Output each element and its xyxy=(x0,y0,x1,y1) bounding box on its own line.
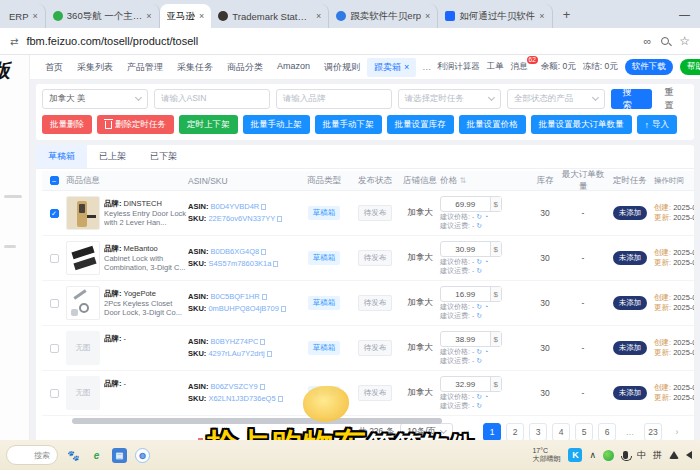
sku-value[interactable]: X62LN1J3D736eQ5 xyxy=(208,394,275,403)
task-badge[interactable]: 未添加 xyxy=(613,386,648,400)
browser-tab[interactable]: 跟卖软件牛贝erp × xyxy=(329,4,438,28)
taskbar-search-box[interactable]: 搜索 xyxy=(6,445,58,465)
site-select[interactable]: 加拿大 美 xyxy=(42,89,148,109)
product-title[interactable]: Cabinet Lock with Combination, 3-Digit C… xyxy=(104,254,188,272)
row-checkbox[interactable] xyxy=(50,254,59,263)
sort-icon[interactable]: ⇅ xyxy=(459,176,466,185)
tab-close-icon[interactable]: × xyxy=(146,11,151,21)
brand-input[interactable]: 请输入品牌 xyxy=(276,89,392,109)
task-badge[interactable]: 未添加 xyxy=(613,206,648,220)
bulk-action-button[interactable]: 批量手动上架 xyxy=(243,115,310,134)
network-icon[interactable] xyxy=(669,451,679,459)
tab-close-icon[interactable]: × xyxy=(425,11,430,21)
nav-tab[interactable]: Amazon xyxy=(270,58,317,77)
row-checkbox[interactable] xyxy=(50,389,59,398)
copy-icon[interactable] xyxy=(267,351,272,357)
copy-icon[interactable] xyxy=(278,396,283,402)
stock-value[interactable]: 30 xyxy=(530,253,560,263)
browser-tab[interactable]: 360导航 一个主… × xyxy=(46,4,160,28)
select-all-checkbox[interactable]: – xyxy=(50,176,59,185)
task-badge[interactable]: 未添加 xyxy=(613,341,648,355)
asin-value[interactable]: B06ZVSZCY9 xyxy=(211,382,258,391)
price-input[interactable]: 16.99$ xyxy=(440,286,502,302)
row-checkbox[interactable] xyxy=(50,344,59,353)
nav-tab[interactable]: 调价规则 xyxy=(317,58,367,77)
product-title[interactable] xyxy=(104,389,126,407)
bulk-action-button[interactable]: 定时上下架 xyxy=(179,115,238,134)
nav-tab[interactable]: 采集列表 xyxy=(70,58,120,77)
stock-value[interactable]: 30 xyxy=(530,298,560,308)
product-image[interactable] xyxy=(66,286,100,320)
refresh-icon[interactable]: ↻ xyxy=(476,258,482,265)
task-select[interactable]: 请选择定时任务 xyxy=(398,89,501,109)
asin-input[interactable]: 请输入ASIN xyxy=(154,89,270,109)
tray-expand-icon[interactable]: ∧ xyxy=(589,450,596,460)
copy-icon[interactable] xyxy=(281,306,286,312)
search-icon[interactable] xyxy=(661,37,669,45)
product-image[interactable] xyxy=(66,241,100,275)
price-input[interactable]: 69.99$ xyxy=(440,196,502,212)
ime-pinyin-icon[interactable]: 拼 xyxy=(653,449,662,462)
browser-tab[interactable]: 如何通过牛贝软件 × xyxy=(438,4,552,28)
price-input[interactable]: 32.99$ xyxy=(440,376,502,392)
paw-app-icon[interactable]: 🐾 xyxy=(66,448,81,463)
page-button[interactable]: 4 xyxy=(552,423,570,440)
copy-icon[interactable] xyxy=(261,204,266,210)
refresh-icon[interactable]: ↻ xyxy=(476,357,482,364)
sku-value[interactable]: 0mBUHPQ8O4jB709 xyxy=(208,304,278,313)
ticket-link[interactable]: 工单 xyxy=(487,61,504,73)
row-checkbox[interactable] xyxy=(50,299,59,308)
page-button[interactable]: 2 xyxy=(506,423,524,440)
bulk-action-button[interactable]: ↑ 导入 xyxy=(637,115,678,134)
nav-more-button[interactable]: … xyxy=(416,62,437,72)
sku-value[interactable]: S4S57m78603K1a xyxy=(208,259,271,268)
help-center-button[interactable]: 帮助中心 xyxy=(680,59,700,75)
product-title[interactable]: 2Pcs Keyless Closet Door Lock, 3-Digit C… xyxy=(104,299,188,317)
price-input[interactable]: 30.99$ xyxy=(440,241,502,257)
translate-icon[interactable]: ∞ xyxy=(643,35,651,47)
stock-value[interactable]: 30 xyxy=(530,343,560,353)
profit-calculator-link[interactable]: 利润计算器 xyxy=(437,61,480,73)
site-info-icon[interactable]: ⇄ xyxy=(10,36,18,47)
browser-e-icon[interactable]: e xyxy=(89,448,104,463)
page-button[interactable]: 3 xyxy=(529,423,547,440)
reset-button[interactable]: 重置 xyxy=(658,89,688,109)
nav-tab[interactable]: 首页 xyxy=(38,58,70,77)
percent-icon[interactable]: ◔ xyxy=(484,213,488,220)
copy-icon[interactable] xyxy=(262,294,267,300)
next-page-button[interactable]: › xyxy=(668,423,686,440)
bulk-action-button[interactable]: 批量手动下架 xyxy=(315,115,382,134)
page-button[interactable]: 1 xyxy=(483,423,501,440)
stock-value[interactable]: 30 xyxy=(530,208,560,218)
bulk-action-button[interactable]: 批量设置价格 xyxy=(459,115,526,134)
percent-icon[interactable]: ◔ xyxy=(484,393,488,400)
row-checkbox[interactable]: ✓ xyxy=(50,209,59,218)
task-badge[interactable]: 未添加 xyxy=(613,251,648,265)
copy-icon[interactable] xyxy=(261,249,266,255)
browser-tab[interactable]: Trademark Statu… × xyxy=(211,4,329,28)
bulk-action-button[interactable]: 批量删除 xyxy=(42,115,92,134)
refresh-icon[interactable]: ↻ xyxy=(476,393,482,400)
asin-value[interactable]: B0C5BQF1HR xyxy=(211,292,260,301)
refresh-icon[interactable]: ↻ xyxy=(476,222,482,229)
swirl-app-icon[interactable]: ◍ xyxy=(135,448,150,463)
ime-cn-icon[interactable]: 中 xyxy=(637,449,646,462)
page-button[interactable]: 23 xyxy=(644,423,662,440)
percent-icon[interactable]: ◔ xyxy=(484,303,488,310)
subtab-active[interactable]: 草稿箱 xyxy=(36,145,87,168)
minimize-button[interactable]: — xyxy=(669,8,700,20)
task-badge[interactable]: 未添加 xyxy=(613,296,648,310)
sku-value[interactable]: 4297rLAu7Y2drtj xyxy=(208,349,264,358)
tab-close-icon[interactable]: × xyxy=(539,11,544,21)
tab-close-icon[interactable]: × xyxy=(316,11,321,21)
nav-tab[interactable]: 商品分类 xyxy=(220,58,270,77)
browser-tab[interactable]: 亚马逊 × xyxy=(160,4,212,28)
copy-icon[interactable] xyxy=(260,339,265,345)
stock-value[interactable]: 30 xyxy=(530,388,560,398)
percent-icon[interactable]: ◔ xyxy=(484,258,488,265)
page-button[interactable]: … xyxy=(621,423,639,440)
security-tray-icon[interactable] xyxy=(603,450,614,461)
bulk-action-button[interactable]: 删除定时任务 xyxy=(97,115,174,134)
refresh-icon[interactable]: ↻ xyxy=(476,402,482,409)
weather-widget[interactable]: 17°C 大部晴朗 xyxy=(532,447,560,463)
